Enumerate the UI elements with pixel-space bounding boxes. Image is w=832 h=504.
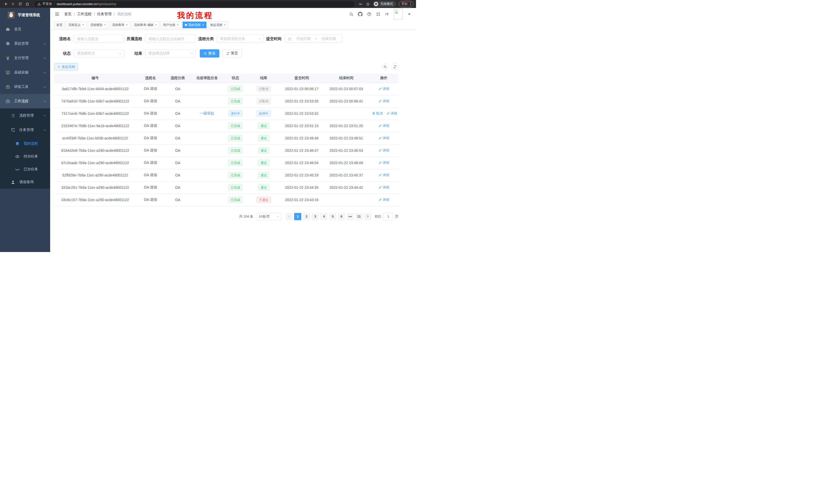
detail-action[interactable]: 详情 [379, 136, 389, 141]
tab-我的流程[interactable]: 我的流程× [183, 22, 206, 28]
cell-actions: 详情 [369, 120, 398, 132]
refresh-table-button[interactable] [391, 63, 398, 71]
browser-menu-icon[interactable] [410, 2, 411, 6]
sidebar-collapse-icon[interactable] [54, 11, 60, 17]
tab-流程模型[interactable]: 流程模型× [88, 22, 108, 28]
sidebar-item-pay[interactable]: 支付管理 [0, 51, 50, 65]
close-icon[interactable]: × [104, 23, 106, 26]
category-select[interactable]: 请选择流程分类 [217, 35, 263, 43]
browser-reload-button[interactable] [17, 1, 23, 7]
page-button-1[interactable]: 1 [294, 213, 301, 220]
result-badge: 通过 [258, 160, 269, 166]
sidebar-item-process-mgr[interactable]: 流程管理 [0, 108, 50, 123]
status-badge: 已完成 [228, 172, 243, 178]
breadcrumb-item[interactable]: 工作流程 [77, 12, 92, 17]
address-bar[interactable]: 不安全 dashboard.yudao.iocoder.cn /bpm/task… [34, 1, 355, 7]
detail-action[interactable]: 详情 [379, 148, 389, 153]
cell-current-task [190, 83, 224, 95]
tab-流程定义[interactable]: 流程定义× [66, 22, 87, 28]
sidebar-item-my-process[interactable]: 我的流程 [0, 137, 50, 150]
tag-tabs-bar: 首页流程定义×流程模型×流程表单×流程表单-编辑×用户分组×我的流程×发起流程× [50, 20, 416, 30]
show-search-button[interactable] [382, 63, 389, 71]
svg-text:T: T [387, 12, 389, 16]
goto-page-input[interactable] [383, 213, 393, 220]
page-button-11[interactable]: 11 [355, 213, 363, 220]
reset-button[interactable]: 重置 [223, 49, 242, 58]
sidebar-item-workflow[interactable]: 工作流程 [0, 94, 50, 108]
cell-result: 已取消 [247, 95, 280, 107]
create-process-button[interactable]: 发起流程 [54, 63, 78, 71]
close-icon[interactable]: × [82, 23, 84, 26]
fullscreen-icon[interactable] [375, 11, 381, 17]
page-button-3[interactable]: 3 [312, 213, 319, 220]
close-icon[interactable]: × [177, 23, 179, 26]
browser-forward-button[interactable] [10, 1, 16, 7]
page-button-2[interactable]: 2 [303, 213, 310, 220]
github-icon[interactable] [358, 11, 363, 17]
close-icon[interactable]: × [202, 23, 204, 26]
process-definition-input[interactable] [145, 35, 196, 43]
sidebar-item-task-mgr[interactable]: 任务管理 [0, 123, 50, 137]
tab-label: 我的流程 [188, 23, 201, 27]
close-icon[interactable]: × [155, 23, 157, 26]
browser-home-button[interactable] [24, 1, 30, 7]
breadcrumb-item: 我的流程 [117, 12, 132, 17]
search-button[interactable]: 搜索 [200, 49, 219, 58]
chevron-down-icon [258, 37, 261, 39]
toolbox-icon [5, 85, 10, 89]
status-select[interactable]: 请选择状态 [74, 49, 124, 58]
date-range-picker[interactable]: 开始日期 - 结束日期 [285, 35, 342, 43]
cell-name: OA 请假 [136, 83, 165, 95]
sidebar-item-todo-task[interactable]: 待办任务 [0, 150, 50, 163]
sidebar-item-leave-query[interactable]: 请假查询 [0, 176, 50, 189]
process-name-input[interactable] [74, 35, 124, 43]
detail-action[interactable]: 详情 [379, 173, 389, 177]
help-icon[interactable] [367, 11, 372, 17]
detail-action[interactable]: 详情 [386, 111, 397, 116]
tab-流程表单[interactable]: 流程表单× [110, 22, 130, 28]
avatar-caret-icon[interactable] [407, 11, 412, 17]
browser-back-button[interactable] [3, 1, 9, 7]
filter-status: 状态 请选择状态 [54, 49, 124, 58]
tab-首页[interactable]: 首页 [54, 22, 65, 28]
prev-page-button[interactable] [285, 213, 293, 220]
bookmark-star-icon[interactable] [366, 2, 370, 6]
detail-action[interactable]: 详情 [379, 198, 389, 202]
tab-流程表单-编辑[interactable]: 流程表单-编辑× [132, 22, 159, 28]
task-link[interactable]: 一级审批 [200, 111, 214, 115]
page-size-select[interactable]: 10条/页 [256, 213, 282, 220]
key-icon[interactable] [358, 2, 363, 6]
page-ellipsis[interactable]: ••• [346, 213, 354, 220]
page-button-6[interactable]: 6 [338, 213, 345, 220]
detail-action[interactable]: 详情 [379, 185, 389, 190]
cancel-action[interactable]: 取消 [372, 111, 383, 116]
detail-action[interactable]: 详情 [379, 87, 389, 91]
sidebar-item-home[interactable]: 首页 [0, 22, 50, 36]
close-icon[interactable]: × [224, 23, 226, 26]
close-icon[interactable]: × [126, 23, 128, 26]
tab-用户分组[interactable]: 用户分组× [161, 22, 181, 28]
breadcrumb-item[interactable]: 任务管理 [97, 12, 111, 17]
page-button-4[interactable]: 4 [320, 213, 328, 220]
chevron-down-icon [44, 42, 46, 45]
tab-label: 发起流程 [210, 23, 223, 27]
breadcrumb-item[interactable]: 首页 [64, 12, 72, 17]
result-select[interactable]: 请选择流结果 [145, 49, 196, 58]
cell-result: 处理中 [247, 107, 280, 120]
font-size-icon[interactable]: TT [385, 11, 390, 17]
detail-action[interactable]: 详情 [379, 123, 389, 128]
detail-action[interactable]: 详情 [379, 99, 389, 104]
search-button-label: 搜索 [208, 51, 215, 56]
user-avatar[interactable] [394, 9, 403, 20]
sidebar-item-system[interactable]: 系统管理 [0, 36, 50, 51]
page-button-5[interactable]: 5 [329, 213, 336, 220]
sidebar-item-done-task[interactable]: 已办任务 [0, 163, 50, 176]
sidebar-item-devtools[interactable]: 研发工具 [0, 80, 50, 94]
tab-发起流程[interactable]: 发起流程× [208, 22, 228, 28]
detail-action[interactable]: 详情 [379, 161, 389, 165]
sidebar-item-label: 首页 [14, 27, 21, 32]
next-page-button[interactable] [364, 213, 371, 220]
search-icon[interactable] [349, 11, 354, 17]
sidebar-item-infra[interactable]: 基础设施 [0, 65, 50, 80]
update-button[interactable]: 更新 [399, 1, 413, 7]
